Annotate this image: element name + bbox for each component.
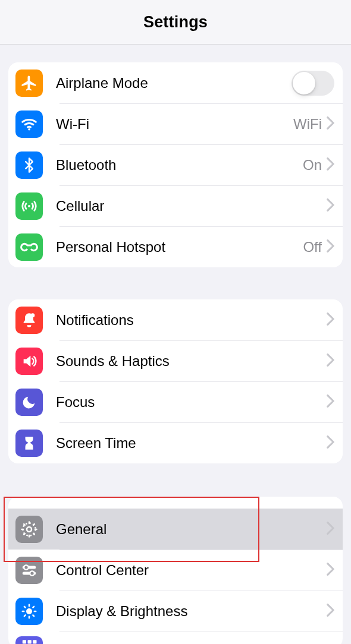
svg-rect-10 — [23, 640, 26, 643]
row-value: Off — [303, 239, 322, 255]
general-icon — [15, 516, 43, 543]
focus-icon — [15, 389, 43, 416]
row-label: Wi-Fi — [56, 116, 293, 132]
svg-point-3 — [27, 527, 32, 532]
svg-point-0 — [28, 128, 30, 131]
chevron-right-icon — [327, 435, 334, 451]
row-label: Cellular — [56, 198, 327, 214]
notifications-icon — [15, 307, 43, 334]
chevron-right-icon — [327, 353, 334, 369]
system-group: General — [8, 497, 343, 550]
bluetooth-icon — [15, 151, 43, 179]
svg-point-7 — [24, 565, 29, 570]
svg-rect-11 — [28, 640, 32, 643]
row-cellular[interactable]: Cellular — [8, 185, 343, 226]
wifi-icon — [15, 111, 43, 138]
hotspot-icon — [15, 233, 43, 261]
chevron-right-icon — [327, 522, 334, 537]
svg-point-8 — [30, 571, 35, 576]
row-label: Control Center — [56, 562, 327, 579]
row-label: Sounds & Haptics — [56, 353, 327, 370]
row-sounds-haptics[interactable]: Sounds & Haptics — [8, 340, 343, 381]
chevron-right-icon — [327, 198, 334, 214]
row-display-brightness[interactable]: Display & Brightness — [8, 591, 343, 632]
control-center-icon — [15, 557, 43, 584]
row-label: Focus — [56, 394, 327, 411]
row-general[interactable]: General — [8, 509, 343, 550]
navbar: Settings — [0, 0, 351, 45]
system-group-continued: Control Center Display & Brightness — [8, 550, 343, 644]
row-label: Notifications — [56, 312, 327, 329]
toggle-knob — [293, 72, 315, 94]
row-screen-time[interactable]: Screen Time — [8, 422, 343, 463]
row-label: Bluetooth — [56, 157, 303, 173]
row-notifications[interactable]: Notifications — [8, 299, 343, 340]
row-label: Display & Brightness — [56, 603, 327, 620]
home-screen-icon — [15, 636, 43, 644]
chevron-right-icon — [327, 394, 334, 410]
airplane-icon — [15, 70, 43, 97]
screen-time-icon — [15, 430, 43, 457]
airplane-toggle[interactable] — [292, 71, 334, 96]
row-wifi[interactable]: Wi-Fi WiFi — [8, 103, 343, 144]
row-label: Screen Time — [56, 435, 327, 452]
chevron-right-icon — [327, 312, 334, 328]
chevron-right-icon — [327, 239, 334, 255]
page-title: Settings — [143, 13, 208, 31]
row-focus[interactable]: Focus — [8, 381, 343, 422]
highlight-annotation-area: General Control Center Displ — [8, 497, 343, 644]
row-value: On — [303, 157, 322, 173]
chevron-right-icon — [327, 157, 334, 173]
row-label: Personal Hotspot — [56, 239, 303, 255]
svg-point-9 — [26, 608, 32, 614]
chevron-right-icon — [327, 604, 334, 619]
cellular-icon — [15, 192, 43, 220]
chevron-right-icon — [327, 563, 334, 578]
svg-point-1 — [28, 205, 30, 207]
row-value: WiFi — [293, 116, 322, 132]
row-personal-hotspot[interactable]: Personal Hotspot Off — [8, 226, 343, 267]
connectivity-group: Airplane Mode Wi-Fi WiFi Bluetooth On — [8, 62, 343, 267]
alerts-group: Notifications Sounds & Haptics Focus — [8, 299, 343, 463]
sounds-icon — [15, 348, 43, 375]
row-airplane-mode[interactable]: Airplane Mode — [8, 62, 343, 103]
chevron-right-icon — [327, 116, 334, 132]
settings-scroll: Airplane Mode Wi-Fi WiFi Bluetooth On — [0, 62, 351, 644]
svg-rect-12 — [33, 640, 36, 643]
row-label: General — [56, 521, 327, 538]
row-bluetooth[interactable]: Bluetooth On — [8, 144, 343, 185]
svg-point-2 — [30, 313, 35, 317]
row-label: Airplane Mode — [56, 75, 292, 91]
display-brightness-icon — [15, 598, 43, 625]
row-control-center[interactable]: Control Center — [8, 550, 343, 591]
row-partial-hidden[interactable] — [8, 632, 343, 644]
